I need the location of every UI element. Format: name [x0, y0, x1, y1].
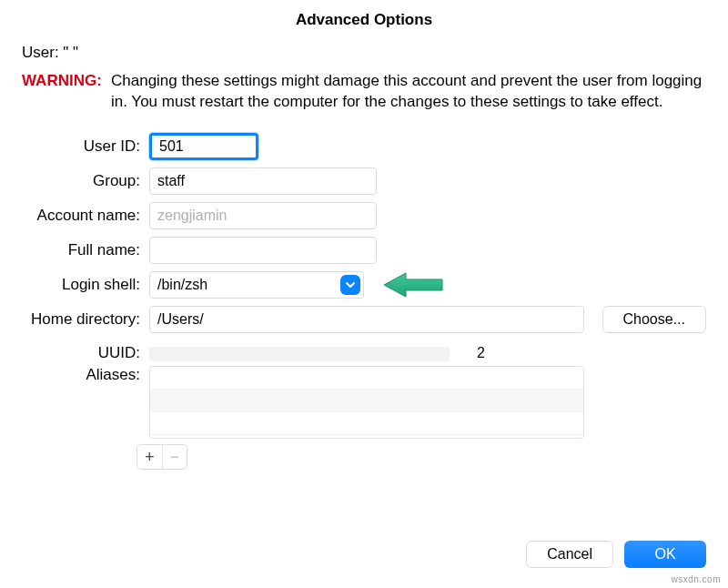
list-item[interactable]: [150, 367, 583, 390]
full-name-input[interactable]: [149, 237, 377, 264]
choose-button[interactable]: Choose...: [602, 306, 706, 333]
account-name-label: Account name:: [22, 207, 149, 225]
login-shell-dropdown-button[interactable]: [340, 275, 360, 295]
login-shell-label: Login shell:: [22, 276, 149, 294]
user-label: User:: [22, 44, 59, 61]
alias-controls: + −: [136, 444, 187, 470]
aliases-label: Aliases:: [22, 366, 149, 384]
home-dir-input[interactable]: [149, 306, 584, 333]
arrow-left-icon: [382, 269, 446, 300]
cancel-button[interactable]: Cancel: [526, 541, 613, 568]
chevron-down-icon: [345, 279, 356, 290]
home-dir-label: Home directory:: [22, 310, 149, 329]
user-value: " ": [63, 44, 78, 61]
list-item[interactable]: [150, 412, 583, 435]
user-row: User: " ": [0, 44, 728, 71]
warning-text: Changing these settings might damage thi…: [111, 71, 706, 113]
user-id-input[interactable]: [149, 133, 258, 160]
remove-alias-button[interactable]: −: [163, 445, 187, 469]
aliases-list[interactable]: [149, 366, 584, 439]
warning-row: WARNING: Changing these settings might d…: [0, 71, 728, 129]
uuid-value: 2: [149, 345, 584, 361]
full-name-label: Full name:: [22, 241, 149, 259]
user-id-label: User ID:: [22, 137, 149, 156]
watermark: wsxdn.com: [671, 574, 721, 584]
login-shell-input[interactable]: [149, 271, 364, 299]
ok-button[interactable]: OK: [624, 541, 706, 568]
uuid-suffix: 2: [477, 345, 485, 361]
uuid-label: UUID:: [22, 344, 149, 362]
add-alias-button[interactable]: +: [137, 445, 163, 469]
group-input[interactable]: [149, 167, 377, 195]
warning-label: WARNING:: [22, 71, 111, 113]
account-name-input[interactable]: [149, 202, 377, 229]
list-item[interactable]: [150, 390, 583, 412]
group-label: Group:: [22, 172, 149, 190]
dialog-title: Advanced Options: [0, 0, 728, 44]
